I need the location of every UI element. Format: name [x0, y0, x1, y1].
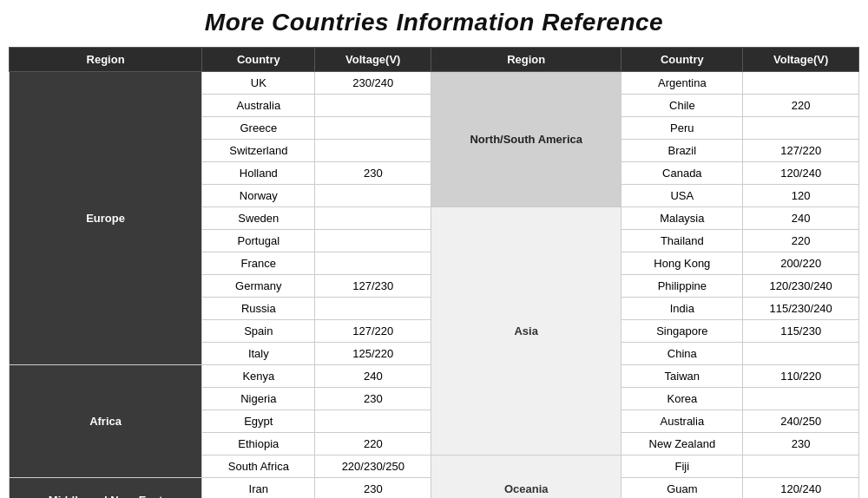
country-cell-right: Philippine [621, 275, 743, 298]
voltage-cell-left: 127/220 [315, 320, 431, 343]
voltage-cell-left: 230/240 [315, 72, 431, 95]
header-region-left: Region [10, 48, 202, 72]
country-cell-left: Russia [202, 298, 315, 320]
country-cell-left: Holland [202, 162, 315, 185]
region-cell-middle: Oceania [431, 455, 621, 499]
country-cell-left: Italy [202, 343, 315, 365]
voltage-cell-left [315, 207, 431, 230]
country-cell-right: Singapore [621, 320, 743, 343]
voltage-cell-left: 230 [315, 162, 431, 185]
voltage-cell-right: 127/220 [743, 140, 859, 162]
country-cell-left: South Africa [202, 455, 315, 478]
country-cell-left: Spain [202, 320, 315, 343]
page-title: More Countries Information Reference [205, 9, 663, 36]
country-cell-right: Argentina [621, 72, 743, 95]
country-cell-left: UK [202, 72, 315, 95]
voltage-cell-right: 115/230/240 [743, 298, 859, 320]
region-cell-middle: North/South America [431, 72, 621, 207]
country-cell-right: USA [621, 185, 743, 207]
country-cell-left: Australia [202, 95, 315, 117]
voltage-cell-left: 220 [315, 433, 431, 455]
voltage-cell-left [315, 140, 431, 162]
country-cell-right: New Zealand [621, 433, 743, 455]
voltage-cell-right: 200/220 [743, 252, 859, 275]
header-voltage-right: Voltage(V) [743, 48, 859, 72]
voltage-cell-right: 110/220 [743, 365, 859, 388]
voltage-cell-right: 115/230 [743, 320, 859, 343]
header-country-right: Country [621, 48, 743, 72]
country-cell-right: Chile [621, 95, 743, 117]
country-cell-left: Portugal [202, 230, 315, 252]
voltage-cell-right [743, 72, 859, 95]
voltage-cell-left: 220/230/250 [315, 455, 431, 478]
voltage-cell-left: 127/230 [315, 275, 431, 298]
voltage-cell-left [315, 410, 431, 433]
country-cell-right: Taiwan [621, 365, 743, 388]
voltage-cell-left: 230 [315, 388, 431, 410]
voltage-cell-left [315, 252, 431, 275]
country-cell-right: Australia [621, 410, 743, 433]
country-cell-left: Switzerland [202, 140, 315, 162]
country-cell-left: Norway [202, 185, 315, 207]
header-country-left: Country [202, 48, 315, 72]
country-cell-left: Greece [202, 117, 315, 140]
country-cell-right: Hong Kong [621, 252, 743, 275]
voltage-cell-right [743, 388, 859, 410]
voltage-cell-left [315, 95, 431, 117]
country-cell-left: Germany [202, 275, 315, 298]
country-cell-right: Guam [621, 478, 743, 499]
main-table: Region Country Voltage(V) Region Country… [9, 47, 859, 498]
voltage-cell-right [743, 343, 859, 365]
country-cell-left: Sweden [202, 207, 315, 230]
voltage-cell-right [743, 117, 859, 140]
voltage-cell-right: 240 [743, 207, 859, 230]
voltage-cell-left [315, 117, 431, 140]
voltage-cell-left: 240 [315, 365, 431, 388]
country-cell-right: Thailand [621, 230, 743, 252]
country-cell-right: Canada [621, 162, 743, 185]
country-cell-right: Brazil [621, 140, 743, 162]
table-container: Region Country Voltage(V) Region Country… [9, 47, 859, 498]
region-cell-middle: Asia [431, 207, 621, 455]
voltage-cell-right: 240/250 [743, 410, 859, 433]
voltage-cell-left [315, 298, 431, 320]
country-cell-right: Fiji [621, 455, 743, 478]
voltage-cell-right: 120/240 [743, 162, 859, 185]
country-cell-right: China [621, 343, 743, 365]
region-cell-left: Middle and Near East [10, 478, 202, 499]
country-cell-left: Egypt [202, 410, 315, 433]
voltage-cell-right: 120/240 [743, 478, 859, 499]
header-region-right: Region [431, 48, 621, 72]
country-cell-left: France [202, 252, 315, 275]
voltage-cell-right [743, 455, 859, 478]
region-cell-left: Europe [10, 72, 202, 365]
voltage-cell-right: 220 [743, 95, 859, 117]
voltage-cell-right: 120/230/240 [743, 275, 859, 298]
country-cell-left: Kenya [202, 365, 315, 388]
voltage-cell-left: 230 [315, 478, 431, 499]
voltage-cell-right: 230 [743, 433, 859, 455]
header-voltage-left: Voltage(V) [315, 48, 431, 72]
voltage-cell-left: 125/220 [315, 343, 431, 365]
voltage-cell-left [315, 230, 431, 252]
country-cell-left: Nigeria [202, 388, 315, 410]
country-cell-right: India [621, 298, 743, 320]
country-cell-right: Korea [621, 388, 743, 410]
voltage-cell-right: 220 [743, 230, 859, 252]
region-cell-left: Africa [10, 365, 202, 478]
country-cell-right: Peru [621, 117, 743, 140]
voltage-cell-left [315, 185, 431, 207]
country-cell-left: Ethiopia [202, 433, 315, 455]
country-cell-left: Iran [202, 478, 315, 499]
country-cell-right: Malaysia [621, 207, 743, 230]
voltage-cell-right: 120 [743, 185, 859, 207]
